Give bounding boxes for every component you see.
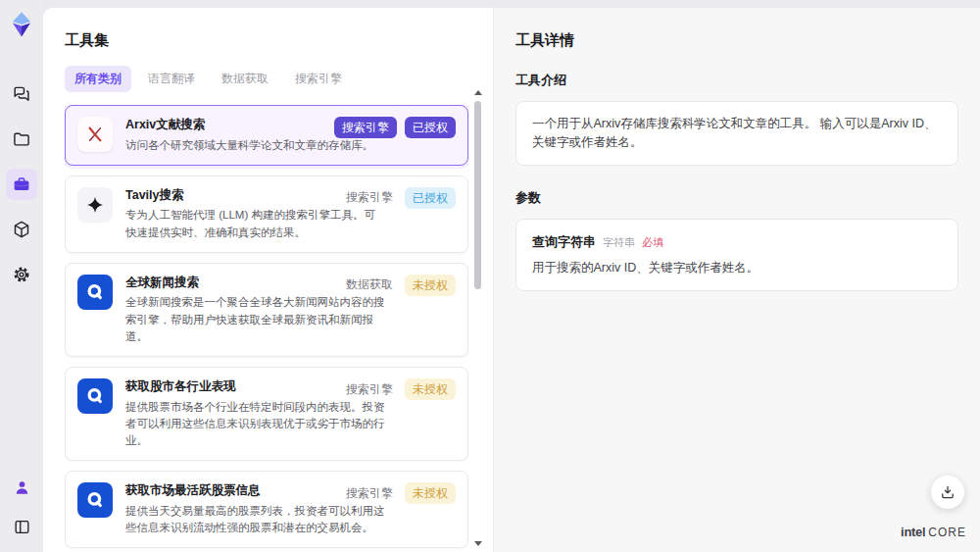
tab-search-engine[interactable]: 搜索引擎: [285, 66, 352, 92]
sidebar-item-account[interactable]: [6, 472, 37, 503]
app-logo-icon: [8, 10, 35, 39]
category-label: 搜索引擎: [346, 189, 393, 206]
tool-card-arxiv[interactable]: Arxiv文献搜索 访问各个研究领域大量科学论文和文章的存储库。 搜索引擎 已授…: [65, 105, 468, 166]
detail-title: 工具详情: [515, 31, 958, 50]
category-label: 数据获取: [346, 276, 393, 293]
sidebar-item-collapse[interactable]: [6, 511, 37, 542]
collapse-panel-icon: [13, 518, 31, 536]
intro-heading: 工具介绍: [515, 72, 958, 89]
page-title: 工具集: [65, 31, 493, 50]
sidebar-item-packages[interactable]: [6, 214, 37, 245]
status-badge: 已授权: [405, 187, 456, 209]
chat-icon: [12, 84, 31, 104]
sidebar-item-toolkit[interactable]: [6, 169, 37, 200]
arxiv-logo-icon: [77, 117, 113, 152]
tool-list: Arxiv文献搜索 访问各个研究领域大量科学论文和文章的存储库。 搜索引擎 已授…: [65, 105, 468, 552]
required-flag: 必填: [642, 235, 663, 250]
tool-card-active-stocks[interactable]: 获取市场最活跃股票信息 提供当天交易量最高的股票列表，投资者可以利用这些信息来识…: [65, 471, 468, 548]
tool-description: 访问各个研究领域大量科学论文和文章的存储库。: [125, 137, 386, 154]
sidebar-item-settings[interactable]: [6, 259, 37, 290]
qnews-logo-icon: [77, 482, 113, 518]
category-label: 搜索引擎: [346, 381, 393, 398]
status-badge: 未授权: [405, 378, 456, 400]
list-scrollbar: [473, 90, 483, 546]
tool-card-tavily[interactable]: Tavily搜索 专为人工智能代理 (LLM) 构建的搜索引擎工具。可快速提供实…: [65, 176, 468, 253]
qnews-logo-icon: [77, 275, 113, 310]
tool-intro-text: 一个用于从Arxiv存储库搜索科学论文和文章的工具。 输入可以是Arxiv ID…: [515, 101, 958, 166]
sidebar-item-chat[interactable]: [6, 78, 37, 110]
params-heading: 参数: [515, 189, 958, 207]
tavily-star-icon: [77, 187, 113, 223]
category-label: 搜索引擎: [346, 485, 393, 502]
category-badge: 搜索引擎: [334, 117, 397, 138]
parameter-name: 查询字符串: [532, 233, 596, 251]
sidebar-item-files[interactable]: [6, 124, 37, 155]
user-icon: [13, 478, 31, 497]
tab-translation[interactable]: 语言翻译: [138, 66, 205, 92]
app-window: 工具集 所有类别 语言翻译 数据获取 搜索引擎 A: [0, 0, 980, 552]
tool-detail-panel: 工具详情 工具介绍 一个用于从Arxiv存储库搜索科学论文和文章的工具。 输入可…: [493, 8, 980, 552]
parameter-description: 用于搜索的Arxiv ID、关键字或作者姓名。: [532, 260, 942, 276]
tool-card-global-news[interactable]: 全球新闻搜索 全球新闻搜索是一个聚合全球各大新闻网站内容的搜索引擎，帮助用户快速…: [65, 263, 468, 357]
qnews-logo-icon: [77, 378, 113, 414]
tab-all-categories[interactable]: 所有类别: [65, 66, 131, 92]
tool-description: 提供股票市场各个行业在特定时间段内的表现。投资者可以利用这些信息来识别表现优于或…: [125, 399, 386, 450]
briefcase-icon: [12, 175, 31, 194]
folder-icon: [12, 129, 31, 149]
status-badge: 未授权: [405, 275, 456, 296]
tool-description: 专为人工智能代理 (LLM) 构建的搜索引擎工具。可快速提供实时、准确和真实的结…: [125, 207, 386, 241]
category-tabs: 所有类别 语言翻译 数据获取 搜索引擎: [65, 66, 493, 92]
package-icon: [12, 220, 31, 239]
scroll-down-arrow[interactable]: [474, 541, 482, 546]
sidebar-bottom: [6, 472, 37, 542]
scrollbar-thumb[interactable]: [474, 101, 481, 289]
scroll-up-arrow[interactable]: [474, 90, 482, 95]
tool-card-sector-performance[interactable]: 获取股市各行业表现 提供股票市场各个行业在特定时间段内的表现。投资者可以利用这些…: [65, 367, 468, 461]
sidebar-rail: [0, 0, 43, 552]
intel-core-logo: intelCORE: [901, 523, 966, 540]
tools-list-panel: 工具集 所有类别 语言翻译 数据获取 搜索引擎 A: [43, 8, 493, 552]
tool-description: 提供当天交易量最高的股票列表，投资者可以利用这些信息来识别流动性强的股票和潜在的…: [125, 503, 386, 537]
parameter-type: 字符串: [603, 235, 635, 250]
tool-description: 全球新闻搜索是一个聚合全球各大新闻网站内容的搜索引擎，帮助用户快速获取全球最新资…: [125, 294, 386, 345]
status-badge: 已授权: [405, 117, 456, 138]
gear-icon: [12, 265, 31, 284]
status-badge: 未授权: [405, 482, 456, 504]
download-icon: [939, 483, 956, 501]
main-content: 工具集 所有类别 语言翻译 数据获取 搜索引擎 A: [43, 8, 980, 552]
tab-data-fetch[interactable]: 数据获取: [212, 66, 278, 92]
parameter-item: 查询字符串 字符串 必填 用于搜索的Arxiv ID、关键字或作者姓名。: [515, 219, 958, 291]
download-button[interactable]: [931, 476, 964, 509]
